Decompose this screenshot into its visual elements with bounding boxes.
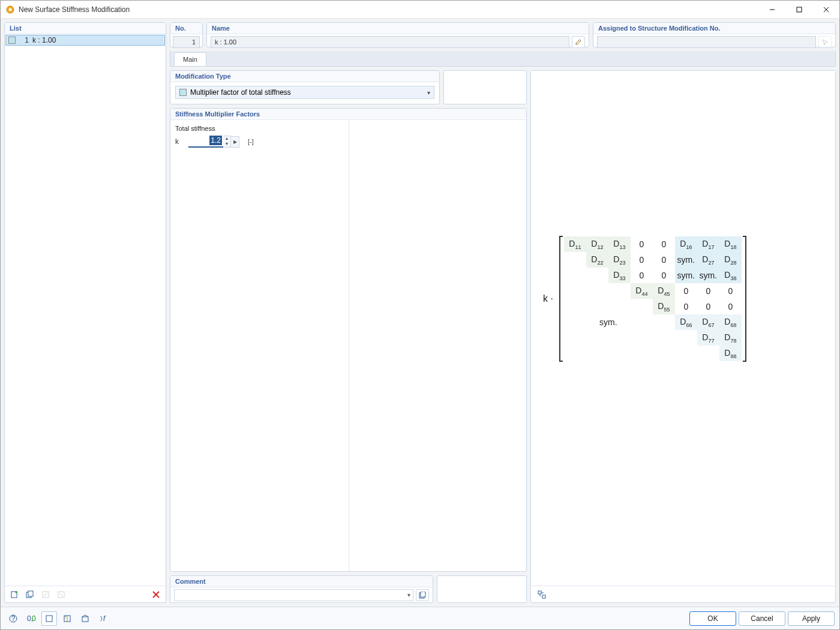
color-swatch [8,37,16,44]
k-input[interactable]: 1.2 [188,136,223,148]
svg-rect-10 [28,591,33,596]
apply-button[interactable]: Apply [788,611,835,626]
preview-panel: k · D11D12D13 00 D16D17D18 D22D23 [530,70,836,603]
comment-combo[interactable]: ▾ [174,589,413,601]
new-icon[interactable] [7,588,22,601]
svg-text:00: 00 [32,614,36,623]
list-body[interactable]: 1 k : 1.00 [5,34,166,586]
stiffness-matrix: k · D11D12D13 00 D16D17D18 D22D23 [543,236,746,362]
include-icon [38,588,53,601]
k-spinner[interactable]: ▲▼ [223,136,231,148]
k-unit: [-] [248,138,254,145]
script-icon[interactable]: f [95,611,111,626]
svg-line-13 [59,593,63,596]
view-mode-3-icon[interactable] [77,611,93,626]
no-label: No. [170,23,202,34]
comment-library-icon[interactable] [416,589,429,601]
ok-button[interactable]: OK [689,611,736,626]
name-label: Name [207,23,589,34]
svg-point-1 [9,8,12,11]
exclude-icon [54,588,68,601]
spin-up-icon: ▲ [223,136,230,142]
total-stiffness-label: Total stiffness [175,125,344,132]
close-button[interactable] [812,1,839,18]
stiffness-right-blank [349,120,526,571]
window-title: New Surface Stiffness Modification [19,5,758,14]
comment-label: Comment [170,576,433,587]
units-icon[interactable]: 0,00 [23,611,39,626]
preview-body: k · D11D12D13 00 D16D17D18 D22D23 [531,71,835,586]
pick-assigned-icon [818,36,832,48]
minimize-button[interactable] [758,1,785,18]
no-panel: No. [170,22,203,47]
chevron-down-icon: ▾ [427,89,430,96]
list-panel: List 1 k : 1.00 [4,22,166,603]
modification-type-value: Multiplier factor of total stiffness [190,88,291,97]
svg-rect-19 [542,595,545,598]
bracket-right-icon [743,236,746,362]
dialog-window: New Surface Stiffness Modification List … [0,0,840,630]
comment-side-blank [437,575,527,603]
name-panel: Name [206,22,589,47]
preview-settings-icon[interactable] [535,588,549,601]
spin-down-icon: ▼ [223,142,230,147]
copy-icon[interactable] [23,588,37,601]
svg-point-29 [65,616,66,617]
edit-name-icon[interactable] [572,36,585,48]
delete-icon[interactable] [149,588,163,601]
list-item-index: 1 [18,36,29,44]
help-icon[interactable]: ? [5,611,21,626]
modification-type-panel: Modification Type Multiplier factor of t… [170,70,440,104]
chevron-down-icon: ▾ [407,592,410,598]
svg-rect-30 [82,617,88,622]
app-icon [5,5,15,14]
svg-rect-17 [421,592,425,597]
stiffness-factors-panel: Stiffness Multiplier Factors Total stiff… [170,108,527,572]
color-swatch [179,89,187,96]
name-input[interactable] [211,36,569,48]
list-header: List [5,23,166,34]
maximize-button[interactable] [785,1,812,18]
assigned-panel: Assigned to Structure Modification No. [593,22,836,47]
list-item-label: k : 1.00 [29,36,56,44]
svg-text:?: ? [11,614,16,623]
tab-main[interactable]: Main [174,52,206,66]
right-column: No. Name Assigned to Structure Modificat… [170,22,836,603]
svg-text:f: f [103,614,106,623]
cancel-button[interactable]: Cancel [739,611,785,626]
matrix-table: D11D12D13 00 D16D17D18 D22D23 00 sym.D27… [564,236,742,361]
list-toolbar [5,586,166,602]
modification-type-combo[interactable]: Multiplier factor of total stiffness ▾ [175,86,434,99]
view-mode-2-icon[interactable] [59,611,75,626]
assigned-input[interactable] [597,36,816,48]
list-item[interactable]: 1 k : 1.00 [5,35,165,46]
view-mode-1-icon[interactable] [41,611,57,626]
k-menu-icon[interactable]: ▶ [231,136,239,148]
svg-rect-3 [797,7,802,12]
no-input[interactable] [173,36,200,48]
matrix-prefix: k · [543,293,553,304]
svg-rect-26 [46,616,52,622]
k-symbol: k [175,137,184,146]
comment-panel: Comment ▾ [170,575,433,603]
stiffness-factors-label: Stiffness Multiplier Factors [170,109,526,120]
modification-type-label: Modification Type [170,71,439,82]
dialog-footer: ? 0,00 f OK Cancel Apply [1,607,839,629]
svg-rect-18 [538,591,541,594]
k-input-wrap: 1.2 ▲▼ ▶ [188,136,239,148]
titlebar: New Surface Stiffness Modification [1,1,839,19]
preview-toolbar [531,586,835,602]
side-blank-panel [443,70,527,104]
assigned-label: Assigned to Structure Modification No. [593,23,835,34]
bracket-left-icon [559,236,563,362]
tab-bar: Main [170,51,836,67]
